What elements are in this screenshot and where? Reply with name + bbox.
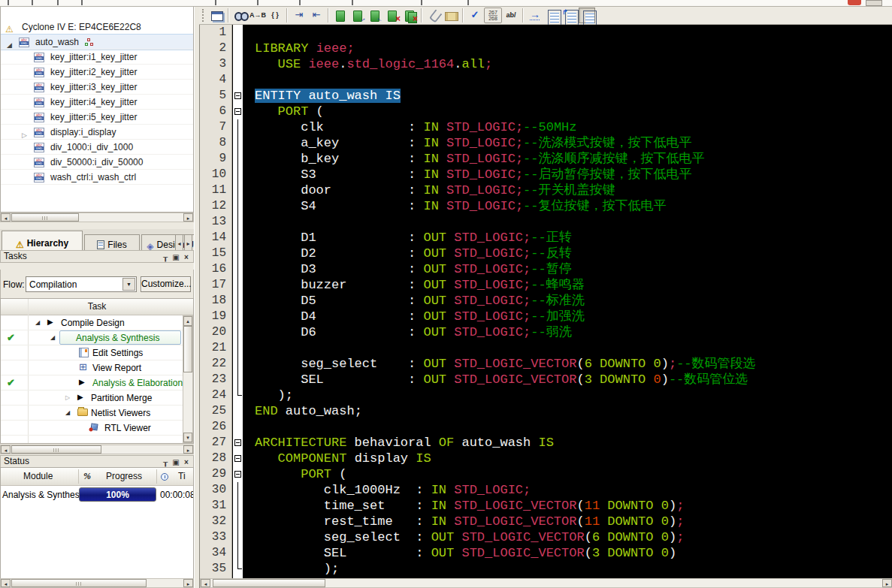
fold-margin-cell: [233, 324, 243, 340]
task-row-analysis-synthesis[interactable]: ✔◢▶Analysis & Synthesis: [1, 330, 183, 345]
line-number: 23: [200, 372, 231, 387]
code-editor[interactable]: 1234567891011121314151617181920212223242…: [199, 25, 892, 588]
task-row-compile-design[interactable]: ◢▶Compile Design: [1, 315, 183, 330]
code-line-25: END auto_wash;: [243, 403, 892, 419]
toolbar-grip[interactable]: [202, 9, 204, 22]
toolbar-overflow-button[interactable]: [866, 0, 882, 6]
menubar-remnant: [0, 0, 892, 7]
line-number: 33: [200, 529, 231, 545]
flow-row: Flow: Compilation ▼ Customize...: [0, 270, 194, 298]
toggle-bookmark-icon[interactable]: [332, 8, 349, 23]
attach-file-icon[interactable]: [425, 8, 442, 23]
tasks-vscrollbar[interactable]: ▴ ▾: [183, 315, 193, 443]
task-row-analysis-elaboration[interactable]: ✔▶Analysis & Elaboration: [1, 375, 183, 390]
line-number: 31: [200, 498, 231, 514]
comment-toggle-icon[interactable]: ab/: [503, 8, 519, 23]
previous-bookmark-icon[interactable]: ←: [367, 8, 383, 23]
tree-item-child-1[interactable]: abcVHDkey_jitter:i2_key_jitter: [1, 65, 193, 80]
code-line-2: LIBRARY ieee;: [243, 41, 892, 56]
navigator-hscrollbar[interactable]: ◂ ▸: [0, 213, 194, 222]
task-label: Netlist Viewers: [91, 408, 150, 418]
collapse-icon[interactable]: ◢: [65, 409, 70, 416]
fold-toggle-icon[interactable]: [233, 88, 243, 104]
fold-margin-cell: [233, 230, 243, 246]
pin-icon[interactable]: ┰: [160, 252, 171, 263]
next-bookmark-icon[interactable]: →: [349, 8, 366, 23]
tree-item-child-8[interactable]: abcVHDwash_ctrl:i_wash_ctrl: [1, 170, 193, 185]
fold-toggle-icon[interactable]: [233, 104, 243, 119]
code-line-27: ARCHITECTURE behavioral OF auto_wash IS: [243, 435, 892, 451]
close-icon[interactable]: ×: [181, 457, 192, 468]
flow-combobox[interactable]: Compilation ▼: [26, 276, 137, 292]
task-row-partition-merge[interactable]: ▷▶Partition Merge: [1, 390, 183, 406]
line-number: 16: [200, 261, 231, 277]
indent-icon[interactable]: ⇥: [291, 8, 307, 23]
detach-editor-icon[interactable]: [208, 8, 225, 23]
task-row-netlist-viewers[interactable]: ◢Netlist Viewers: [1, 406, 183, 421]
progress-bar: 100%: [79, 487, 156, 502]
line-number: 13: [200, 214, 231, 230]
status-header: Module % Progress Ti: [1, 468, 193, 486]
tree-item-child-5[interactable]: ▷abcVHDdisplay:i_display: [1, 125, 193, 140]
customize-button[interactable]: Customize...: [141, 276, 191, 292]
replace-icon[interactable]: A→B: [249, 8, 266, 23]
device-label: Cyclone IV E: EP4CE6E22C8: [22, 20, 141, 35]
goto-line-icon[interactable]: →: [527, 8, 543, 23]
line-number: 15: [200, 246, 231, 261]
play-purple-icon: ▶: [47, 318, 53, 326]
close-icon[interactable]: ×: [181, 252, 192, 263]
module-column-header[interactable]: Module: [23, 471, 53, 481]
status-hscrollbar[interactable]: ◂ ▸: [0, 578, 194, 588]
pin-icon[interactable]: ┰: [160, 457, 171, 468]
status-time: 00:00:08: [160, 490, 194, 500]
fold-toggle-icon[interactable]: [233, 466, 243, 482]
line-number: 9: [200, 151, 231, 167]
tree-item-child-7[interactable]: abcVHDdiv_50000:i_div_50000: [1, 155, 193, 170]
spell-check-icon[interactable]: ✓: [467, 8, 483, 23]
task-row-edit-settings[interactable]: Edit Settings: [1, 345, 183, 360]
tree-item-child-0[interactable]: abcVHDkey_jitter:i1_key_jitter: [1, 50, 193, 65]
line-counter-icon[interactable]: 267268: [484, 8, 502, 23]
tree-item-child-4[interactable]: abcVHDkey_jitter:i5_key_jitter: [1, 110, 193, 125]
panel-splitter[interactable]: [194, 7, 199, 588]
task-column-header[interactable]: Task: [1, 299, 193, 315]
progress-column-header[interactable]: Progress: [106, 471, 142, 481]
float-icon[interactable]: ▣: [171, 252, 181, 263]
task-row-rtl-viewer[interactable]: RTL Viewer: [1, 421, 183, 436]
document-new-view-icon[interactable]: [561, 8, 578, 23]
chevron-down-icon[interactable]: ▼: [122, 278, 135, 291]
task-label: View Report: [92, 363, 141, 373]
time-column-header[interactable]: Ti: [178, 471, 186, 481]
code-line-31: time_set : IN STD_LOGIC_VECTOR(11 DOWNTO…: [243, 498, 892, 514]
code-fold-margin[interactable]: [233, 25, 243, 588]
line-number: 25: [200, 403, 231, 419]
match-braces-icon[interactable]: { }: [267, 8, 283, 23]
tree-item-device[interactable]: ⚠Cyclone IV E: EP4CE6E22C8: [1, 20, 193, 35]
document-full-view-icon[interactable]: [579, 8, 595, 23]
insert-template-icon[interactable]: [443, 8, 459, 23]
task-row-view-report[interactable]: ⊞View Report: [1, 360, 183, 375]
vhdl-file-icon: abcVHD: [34, 173, 44, 182]
fold-toggle-icon[interactable]: [233, 435, 243, 451]
line-number: 30: [200, 482, 231, 498]
tree-item-auto-wash[interactable]: ◢abcVHDauto_wash: [1, 35, 193, 50]
line-number: 21: [200, 340, 231, 356]
clear-all-bookmarks-icon[interactable]: ×: [401, 8, 418, 23]
find-icon[interactable]: [232, 8, 249, 23]
tree-item-child-2[interactable]: abcVHDkey_jitter:i3_key_jitter: [1, 80, 193, 95]
code-text-area[interactable]: LIBRARY ieee; USE ieee.std_logic_1164.al…: [243, 25, 892, 588]
tree-item-child-3[interactable]: abcVHDkey_jitter:i4_key_jitter: [1, 95, 193, 110]
collapse-icon[interactable]: ◢: [50, 334, 55, 341]
check-icon: ✔: [7, 377, 15, 388]
collapse-icon[interactable]: ◢: [35, 319, 40, 326]
expand-icon[interactable]: ▷: [65, 394, 70, 401]
document-outline-icon[interactable]: [544, 8, 561, 23]
unindent-icon[interactable]: ⇤: [308, 8, 325, 23]
float-icon[interactable]: ▣: [171, 457, 181, 468]
tasks-hscrollbar[interactable]: ◂ ▸: [0, 445, 194, 454]
clear-bookmark-icon[interactable]: ×: [384, 8, 401, 23]
editor-hscrollbar[interactable]: ◂ ▸: [200, 578, 892, 588]
code-line-1: [243, 25, 892, 41]
tree-item-child-6[interactable]: abcVHDdiv_1000:i_div_1000: [1, 140, 193, 155]
fold-toggle-icon[interactable]: [233, 451, 243, 466]
